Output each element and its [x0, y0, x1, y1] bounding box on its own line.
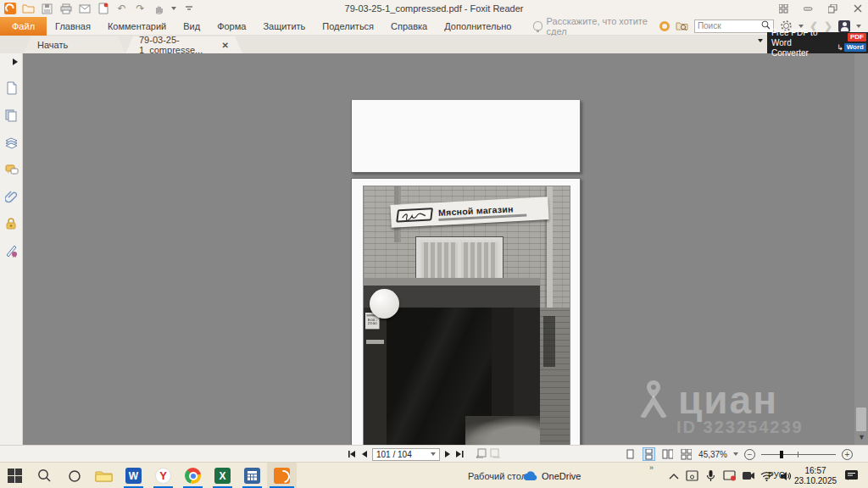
hidden-icons-chevron[interactable]	[666, 469, 681, 483]
email-icon[interactable]	[78, 3, 91, 15]
hand-tool-icon[interactable]	[153, 3, 165, 15]
quick-access-toolbar: ↶ ↷	[3, 1, 195, 16]
previous-page-icon[interactable]	[361, 446, 368, 462]
desktop-toolbar-label[interactable]: Рабочий стол	[468, 463, 526, 488]
previous-view-icon[interactable]	[476, 446, 487, 462]
ui-layout-icon[interactable]	[778, 3, 789, 14]
tab-protect[interactable]: Защитить	[254, 17, 314, 36]
pdf-to-word-promo-tooltip[interactable]: Free PDF to Word Converter PDF ↳ Word	[767, 32, 868, 53]
last-page-icon[interactable]	[455, 446, 465, 462]
scroll-down-icon[interactable]: ▼	[858, 433, 865, 441]
zoom-level[interactable]: 45,37%	[698, 450, 727, 459]
first-page-icon[interactable]	[348, 446, 357, 462]
attachments-icon[interactable]	[3, 189, 19, 204]
scrollbar-thumb[interactable]	[856, 408, 866, 431]
vertical-scrollbar[interactable]: ▼	[854, 53, 868, 445]
account-dropdown-caret[interactable]	[856, 25, 861, 28]
navigation-sidebar	[0, 53, 23, 445]
window-title: 79-03-25-1_compressed.pdf - Foxit Reader	[264, 0, 604, 17]
premium-ring-icon[interactable]	[659, 21, 670, 31]
print-icon[interactable]	[59, 3, 72, 15]
foxit-reader-button[interactable]	[267, 463, 297, 488]
next-view-icon[interactable]	[490, 446, 501, 462]
yandex-browser-button[interactable]: Y	[148, 463, 178, 488]
tab-close-icon[interactable]: ✕	[222, 41, 229, 50]
tab-help[interactable]: Справка	[382, 17, 436, 36]
pdf-page-current[interactable]: Мясной магазин 8:00 - 23	[351, 178, 581, 488]
shop-window	[416, 237, 503, 283]
tab-current-document[interactable]: 79-03-25-1_compresse... ✕	[125, 36, 242, 53]
restore-icon[interactable]	[827, 3, 838, 14]
onedrive-toolbar[interactable]: OneDrive	[522, 463, 581, 488]
page-dropdown-caret[interactable]	[431, 452, 436, 456]
foxit-logo-icon[interactable]	[3, 3, 16, 15]
tab-file[interactable]: Файл	[0, 17, 47, 36]
shop-entrance: 8:00 - 23:00	[364, 308, 540, 459]
close-icon[interactable]	[852, 3, 863, 14]
zoom-slider-track[interactable]	[761, 454, 836, 455]
language-indicator[interactable]: РУС	[768, 463, 785, 488]
search-folder-icon[interactable]	[676, 19, 688, 32]
zoom-slider-thumb[interactable]	[780, 451, 783, 458]
taskbar-search-button[interactable]	[30, 463, 59, 488]
page-thumbnails-icon[interactable]	[3, 108, 19, 123]
zoom-out-button[interactable]: −	[744, 449, 755, 460]
digital-signatures-icon[interactable]	[3, 243, 19, 258]
calculator-button[interactable]	[237, 463, 267, 488]
minimize-icon[interactable]	[803, 3, 814, 14]
clock[interactable]: 16:57 23.10.2025	[791, 463, 840, 488]
tab-form[interactable]: Форма	[209, 17, 254, 36]
customize-toolbar-icon[interactable]	[182, 3, 195, 15]
pdf-page-previous[interactable]	[351, 100, 581, 173]
word-button[interactable]: W	[119, 463, 148, 488]
action-center-button[interactable]	[844, 463, 859, 488]
security-lock-icon[interactable]	[3, 216, 19, 231]
tab-start-label: Начать	[37, 40, 68, 50]
chrome-button[interactable]	[178, 463, 208, 488]
promo-arrow-row: ↳ Word	[837, 42, 866, 53]
tab-extras[interactable]: Дополнительно	[436, 17, 520, 36]
next-page-icon[interactable]	[444, 446, 451, 462]
search-icon[interactable]	[761, 20, 771, 31]
excel-button[interactable]: X	[208, 463, 237, 488]
action-center-icon	[844, 469, 859, 482]
camera-tray-icon[interactable]	[741, 469, 755, 483]
taskbar-overflow-chevron[interactable]: »	[649, 463, 654, 472]
tab-start-page[interactable]: Начать	[24, 36, 125, 53]
zoom-dropdown-caret[interactable]	[733, 452, 738, 456]
cortana-button[interactable]	[59, 463, 89, 488]
hand-tool-dropdown-caret[interactable]	[171, 7, 176, 10]
tab-comment[interactable]: Комментарий	[99, 17, 175, 36]
file-explorer-button[interactable]	[89, 463, 119, 488]
cian-watermark: циан ID 323254239	[637, 377, 804, 437]
bookmarks-icon[interactable]	[3, 80, 19, 96]
search-input[interactable]: Поиск	[694, 19, 774, 33]
tab-view[interactable]: Вид	[175, 17, 209, 36]
screen-recorder-tray-icon[interactable]	[722, 469, 737, 483]
layers-icon[interactable]	[3, 135, 19, 150]
account-avatar[interactable]	[838, 20, 850, 32]
promo-line1: Free PDF to Word	[771, 28, 817, 47]
microphone-tray-icon[interactable]	[704, 469, 718, 483]
promo-dropdown-caret[interactable]	[758, 39, 763, 42]
save-icon[interactable]	[41, 3, 53, 15]
zoom-in-button[interactable]: +	[842, 449, 853, 460]
facing-layout-icon[interactable]	[661, 447, 674, 461]
app-window-tray-icon[interactable]	[685, 469, 699, 483]
continuous-layout-icon[interactable]	[643, 447, 655, 461]
open-file-icon[interactable]	[22, 3, 35, 15]
tab-share[interactable]: Поделиться	[314, 17, 382, 36]
document-tab-bar: Начать 79-03-25-1_compresse... ✕	[0, 36, 868, 53]
tab-home[interactable]: Главная	[47, 17, 99, 36]
expand-panel-arrow-icon[interactable]	[13, 58, 18, 65]
undo-icon[interactable]: ↶	[115, 3, 128, 15]
redo-icon[interactable]: ↷	[134, 3, 147, 15]
tell-me-box[interactable]: Расскажите, что хотите сдел	[533, 16, 659, 36]
single-page-layout-icon[interactable]	[624, 447, 637, 461]
page-number-input[interactable]: 101 / 104	[372, 448, 440, 461]
zoom-slider[interactable]	[761, 449, 836, 460]
create-pdf-icon[interactable]	[97, 3, 109, 15]
comments-icon[interactable]	[3, 162, 19, 177]
continuous-facing-layout-icon[interactable]	[680, 447, 693, 461]
start-button[interactable]	[0, 463, 30, 488]
